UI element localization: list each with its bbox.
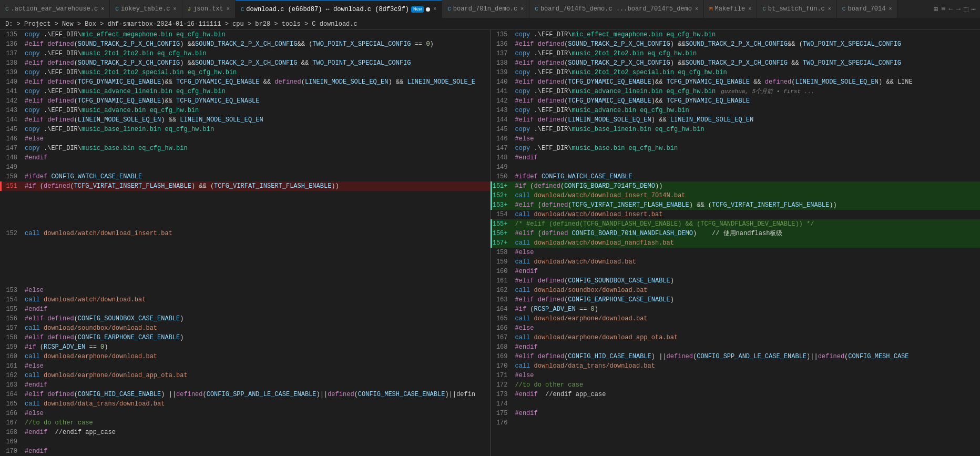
line-content [23, 219, 490, 229]
tab-close[interactable]: × [889, 6, 892, 12]
line-number [2, 191, 23, 200]
line-content: #elif (defined CONFIG_BOARD_701N_NANDFLA… [513, 229, 981, 238]
c-icon: C [535, 6, 538, 12]
toggle-panel-icon[interactable]: ⬚ [964, 5, 968, 14]
tab-close[interactable]: × [101, 6, 104, 12]
tab-bt-switch[interactable]: C bt_switch_fun.c × [757, 0, 837, 18]
line-number: 141 [492, 87, 513, 96]
tab-makefile[interactable]: M Makefile × [704, 0, 757, 18]
line-number: 159 [2, 342, 23, 352]
line-number [2, 276, 23, 286]
line-number: 164 [492, 305, 513, 314]
table-row: 148#endif [0, 153, 490, 163]
line-content: #endif [513, 342, 981, 352]
tab-close[interactable]: × [828, 6, 831, 12]
right-pane: 135copy .\EFF_DIR\mic_effect_megaphone.b… [490, 30, 981, 456]
table-row: 143copy .\EFF_DIR\music_advance.bin eq_c… [491, 106, 981, 115]
table-row: 163#elif defined(CONFIG_EARPHONE_CASE_EN… [491, 295, 981, 305]
table-row: 157call download/soundbox/download.bat [0, 323, 490, 333]
tab-board7014[interactable]: C board_7014 × [837, 0, 898, 18]
tab-board7014f5[interactable]: C board_7014f5_demo.c ...board_7014f5_de… [529, 0, 704, 18]
split-editor-icon[interactable]: ⊞ [933, 5, 937, 14]
nav-forward-icon[interactable]: → [956, 5, 961, 13]
tab-action-ear[interactable]: C .action_ear_warehouse.c × [0, 0, 110, 18]
c-icon: C [241, 6, 244, 13]
line-content [23, 163, 490, 172]
line-number: 170 [492, 361, 513, 371]
tab-download-diff[interactable]: C download.c (e66bd87) ↔ download.c (8df… [236, 0, 442, 18]
line-content: copy .\EFF_DIR\music_advance.bin eq_cfg_… [513, 106, 981, 115]
line-number: 170 [2, 447, 23, 456]
more-tabs-icon[interactable]: ≡ [941, 5, 945, 13]
tab-label: board_7014f5_demo.c ...board_7014f5_demo [540, 5, 692, 13]
line-content: copy .\EFF_DIR\music_advance_linein.bin … [23, 87, 490, 96]
line-number: 154 [492, 210, 513, 219]
tab-label: board_7014 [848, 5, 885, 13]
tab-board701n[interactable]: C board_701n_demo.c × [442, 0, 529, 18]
breadcrumb-text: D: > Project > New > Box > dhf-smartbox-… [5, 21, 358, 28]
line-content [23, 191, 490, 200]
line-content: #else [513, 134, 981, 144]
line-number: 169 [2, 437, 23, 447]
table-row: 168#endif [491, 342, 981, 352]
line-content: #if (RCSP_ADV_EN == 0) [513, 305, 981, 314]
table-row: 170call download/data_trans/download.bat [491, 361, 981, 371]
table-row: 135copy .\EFF_DIR\mic_effect_megaphone.b… [0, 30, 490, 39]
line-content: call download/soundbox/download.bat [23, 323, 490, 333]
table-row [0, 257, 490, 267]
line-number: 173 [492, 390, 513, 399]
table-row: 141copy .\EFF_DIR\music_advance_linein.b… [491, 87, 981, 96]
table-row: 169#elif defined(CONFIG_HID_CASE_ENABLE)… [491, 352, 981, 361]
tab-close[interactable]: × [173, 6, 177, 12]
table-row: 162call download/soundbox/download.bat [491, 286, 981, 295]
table-row: 153#else [0, 286, 490, 295]
tab-json[interactable]: J json.txt × [182, 0, 236, 18]
table-row: 140#elif defined(TCFG_DYNAMIC_EQ_ENABLE)… [0, 77, 490, 87]
line-number: 137 [492, 49, 513, 58]
tab-close[interactable]: × [433, 6, 436, 12]
line-number: 147 [2, 144, 23, 153]
table-row: 149 [491, 163, 981, 172]
line-number: 164 [2, 390, 23, 399]
line-number: 168 [2, 428, 23, 437]
line-number: 148 [2, 153, 23, 163]
tab-close[interactable]: × [520, 6, 524, 12]
line-content: call download/watch/download_insert_7014… [513, 191, 981, 200]
line-number: 143 [2, 106, 23, 115]
right-code-scroll[interactable]: 135copy .\EFF_DIR\mic_effect_megaphone.b… [491, 30, 981, 456]
table-row: 155#endif [0, 305, 490, 314]
table-row: 166#else [491, 323, 981, 333]
table-row: 144#elif defined(LINEIN_MODE_SOLE_EQ_EN)… [491, 115, 981, 125]
line-content: copy .\EFF_DIR\music_2to1_2to2_special.b… [23, 68, 490, 77]
line-content [513, 418, 981, 428]
line-number: 167 [2, 418, 23, 428]
line-number: 145 [492, 125, 513, 134]
line-number: 138 [492, 58, 513, 68]
table-row: 161#else [0, 361, 490, 371]
table-row: 159call download/watch/download.bat [491, 257, 981, 267]
tab-close[interactable]: × [748, 6, 751, 12]
more-actions-icon[interactable]: ⋯ [972, 5, 976, 14]
table-row: 139copy .\EFF_DIR\music_2to1_2to2_specia… [0, 68, 490, 77]
line-number [2, 210, 23, 219]
nav-back-icon[interactable]: ← [948, 5, 953, 13]
left-code-scroll[interactable]: 135copy .\EFF_DIR\mic_effect_megaphone.b… [0, 30, 490, 456]
line-number: 138 [2, 58, 23, 68]
tab-iokey[interactable]: C iokey_table.c × [110, 0, 182, 18]
line-content: copy .\EFF_DIR\music_2to1_2to2.bin eq_cf… [513, 49, 981, 58]
tab-label: .action_ear_warehouse.c [11, 5, 98, 13]
table-row: 142#elif defined(TCFG_DYNAMIC_EQ_ENABLE)… [0, 96, 490, 106]
table-row: 150#ifdef CONFIG_WATCH_CASE_ENABLE [0, 172, 490, 181]
table-row: 144#elif defined(LINEIN_MODE_SOLE_EQ_EN)… [0, 115, 490, 125]
table-row: 156+#elif (defined CONFIG_BOARD_701N_NAN… [491, 229, 981, 238]
line-number: 166 [2, 409, 23, 418]
table-row: 153+#elif (defined(TCFG_VIRFAT_INSERT_FL… [491, 200, 981, 210]
table-row: 171#else [491, 371, 981, 380]
table-row: 163#endif [0, 380, 490, 390]
line-content: #if (defined(CONFIG_BOARD_7014F5_DEMO)) [513, 181, 981, 191]
line-number: 149 [492, 163, 513, 172]
table-row: 161#elif defined(CONFIG_SOUNDBOX_CASE_EN… [491, 276, 981, 286]
tab-close[interactable]: × [227, 6, 230, 12]
tab-close[interactable]: × [695, 6, 698, 12]
table-row [0, 248, 490, 257]
